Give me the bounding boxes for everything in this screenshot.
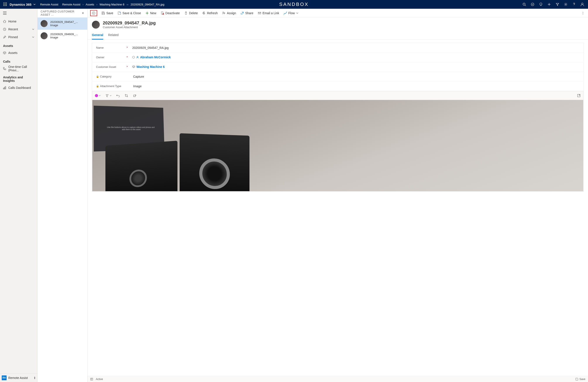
expand-tool[interactable] (577, 94, 581, 97)
svg-point-15 (582, 3, 583, 5)
flow-button[interactable]: Flow (284, 11, 298, 15)
svg-rect-2 (6, 3, 7, 3)
cmd-label: Flow (288, 11, 295, 15)
nav-recent[interactable]: Recent (0, 25, 37, 33)
new-button[interactable]: New (145, 11, 156, 15)
back-button[interactable] (90, 10, 97, 16)
person-icon (136, 56, 139, 59)
hamburger-icon[interactable] (0, 9, 37, 18)
app-launcher-icon[interactable] (2, 1, 9, 8)
chevron-down-icon[interactable] (33, 3, 36, 6)
field-label: Attachment Type (100, 85, 127, 88)
svg-rect-21 (4, 87, 5, 89)
breadcrumb-item[interactable]: Washing Machine 6 (100, 3, 125, 6)
nav-calls-dashboard[interactable]: Calls Dashboard (0, 84, 37, 92)
command-bar: Save Save & Close New Deactivate Delete (87, 9, 588, 18)
email-link-button[interactable]: Email a Link (258, 11, 279, 15)
top-header: Dynamics 365 Remote Assist Remote Assist… (0, 0, 588, 9)
record-subtitle: Customer Asset Attachment (103, 25, 156, 29)
save-close-button[interactable]: Save & Close (118, 11, 141, 15)
highlight-tool[interactable] (105, 94, 111, 97)
nav-area-switcher[interactable]: RA Remote Assist ▲▼ (0, 373, 37, 382)
record-title: 20200929_094547_RA.jpg (103, 21, 156, 25)
record-thumbnail (92, 21, 100, 29)
field-customer-asset[interactable]: Customer Asset * Washing Machine 6 (92, 62, 583, 72)
undo-tool[interactable] (116, 94, 120, 97)
asset-list-item[interactable]: 20200929_094609_... Image (38, 30, 87, 42)
asset-list-item[interactable]: 20200929_094547_... Image (38, 18, 87, 30)
svg-point-9 (523, 3, 525, 5)
crop-tool[interactable] (125, 94, 128, 97)
search-icon[interactable] (522, 2, 526, 7)
breadcrumb-item[interactable]: 20200929_094547_RA.jpg (130, 3, 164, 6)
asset-item-subtitle: Image (50, 23, 78, 27)
footer-save-button[interactable]: Save (576, 378, 585, 381)
gear-icon[interactable] (564, 2, 568, 7)
task-icon[interactable] (530, 2, 535, 7)
pin-icon (3, 36, 6, 39)
save-icon (102, 11, 105, 15)
chart-icon (3, 86, 6, 89)
nav-assets[interactable]: Assets (0, 49, 37, 57)
close-icon[interactable]: ✕ (82, 11, 84, 15)
plus-icon[interactable] (547, 2, 551, 7)
svg-point-14 (565, 4, 567, 5)
svg-point-11 (531, 3, 534, 6)
save-icon (576, 378, 578, 381)
help-icon[interactable] (572, 2, 576, 7)
status-icon[interactable] (90, 378, 93, 381)
home-icon (3, 20, 6, 23)
status-label: Active (96, 378, 103, 381)
nav-pinned[interactable]: Pinned (0, 33, 37, 41)
deactivate-button[interactable]: Deactivate (161, 11, 180, 15)
field-name[interactable]: Name * 20200929_094547_RA.jpg (92, 43, 583, 53)
owner-link[interactable]: Abraham McCormick (132, 55, 171, 59)
image-viewer[interactable]: Use the buttons above to capture videos … (92, 100, 583, 191)
svg-rect-6 (3, 5, 4, 6)
area-label: Remote Assist (8, 376, 32, 380)
breadcrumb-item[interactable]: Assets (86, 3, 94, 6)
area-badge: RA (2, 375, 7, 380)
color-picker-tool[interactable] (95, 94, 101, 97)
field-value[interactable]: 20200929_094547_RA.jpg (132, 46, 580, 50)
chevron-right-icon: ›› (126, 3, 128, 6)
field-owner[interactable]: Owner * Abraham McCormick (92, 53, 583, 62)
breadcrumb-item[interactable]: Remote Assist (40, 3, 58, 6)
nav-label: Pinned (8, 35, 18, 39)
customer-asset-link[interactable]: Washing Machine 6 (132, 65, 165, 68)
required-indicator: * (126, 56, 128, 59)
washer-left (105, 141, 177, 191)
svg-rect-22 (5, 86, 6, 89)
tab-general[interactable]: General (92, 31, 103, 40)
nav-home[interactable]: Home (0, 18, 37, 25)
color-dot-icon (95, 94, 98, 97)
form-card: Name * 20200929_094547_RA.jpg Owner * Ab… (92, 43, 584, 192)
save-close-icon (118, 11, 121, 15)
rotate-tool[interactable] (133, 94, 136, 97)
chevron-right-icon: › (83, 3, 83, 6)
tab-related[interactable]: Related (108, 31, 119, 40)
svg-rect-5 (6, 4, 7, 5)
overflow-icon[interactable]: ⋮ (581, 11, 585, 15)
lightbulb-icon[interactable] (539, 2, 543, 7)
cmd-label: Save (106, 11, 113, 15)
svg-point-23 (92, 12, 95, 14)
svg-rect-35 (134, 95, 135, 97)
nav-one-time-call[interactable]: One-time Call (Previ... (0, 64, 37, 72)
filter-icon[interactable] (555, 2, 560, 7)
breadcrumb-item[interactable]: Remote Assist (62, 3, 80, 6)
required-indicator: * (126, 65, 128, 68)
product-name[interactable]: Dynamics 365 (10, 3, 31, 6)
field-label: Category (100, 75, 127, 78)
field-value: Image (133, 85, 580, 88)
svg-rect-7 (5, 5, 5, 6)
user-avatar-icon[interactable] (580, 2, 585, 7)
save-button[interactable]: Save (102, 11, 113, 15)
delete-button[interactable]: Delete (184, 11, 198, 15)
share-button[interactable]: Share (240, 11, 253, 15)
assign-button[interactable]: Assign (222, 11, 236, 15)
asset-thumbnail (41, 20, 48, 27)
svg-point-34 (137, 56, 138, 57)
svg-line-10 (525, 5, 526, 6)
refresh-button[interactable]: Refresh (202, 11, 218, 15)
